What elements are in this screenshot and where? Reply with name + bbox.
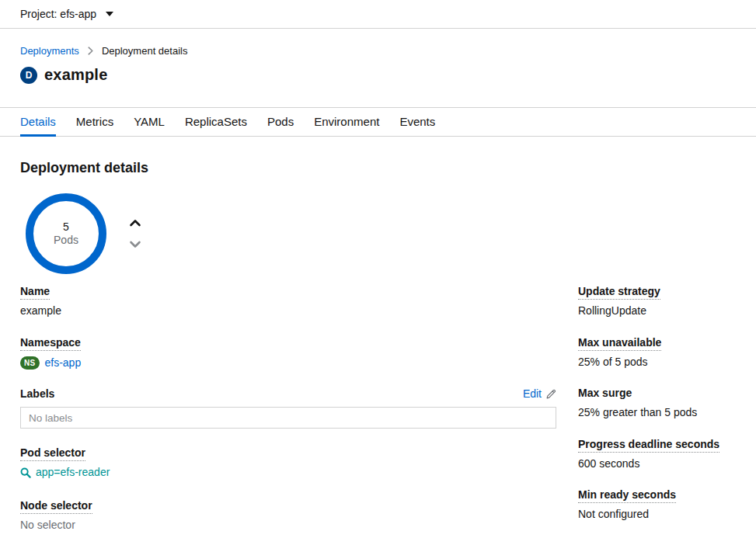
chevron-up-icon bbox=[129, 218, 141, 227]
max-unavailable-value: 25% of 5 pods bbox=[578, 356, 736, 370]
donut-center-text: 5 Pods bbox=[26, 193, 106, 274]
page-header: D example bbox=[0, 57, 756, 84]
pod-selector-value: app=efs-reader bbox=[36, 466, 110, 480]
pod-count: 5 bbox=[63, 220, 69, 234]
labels-empty-box: No labels bbox=[20, 407, 556, 429]
update-strategy-label: Update strategy bbox=[578, 285, 660, 300]
edit-labels-button[interactable]: Edit bbox=[523, 387, 556, 400]
project-selector-label: Project: efs-app bbox=[20, 8, 96, 20]
pod-count-donut: 5 Pods bbox=[26, 193, 106, 274]
deployment-kind-badge: D bbox=[20, 67, 37, 84]
angle-right-icon bbox=[87, 47, 94, 55]
details-left-column: Name example Namespace NS efs-app Labels… bbox=[20, 285, 556, 545]
pod-selector-label: Pod selector bbox=[20, 446, 85, 461]
edit-label: Edit bbox=[523, 387, 542, 400]
name-value: example bbox=[20, 304, 556, 318]
max-unavailable-label: Max unavailable bbox=[578, 336, 661, 351]
breadcrumb: Deployments Deployment details bbox=[0, 29, 756, 57]
tab-events[interactable]: Events bbox=[399, 108, 435, 136]
max-surge-label: Max surge bbox=[578, 387, 736, 399]
tab-yaml[interactable]: YAML bbox=[134, 108, 165, 136]
details-grid: Name example Namespace NS efs-app Labels… bbox=[20, 285, 736, 545]
details-panel: Deployment details 5 Pods bbox=[0, 137, 756, 545]
field-update-strategy: Update strategy RollingUpdate bbox=[578, 285, 736, 318]
progress-deadline-label: Progress deadline seconds bbox=[578, 438, 719, 453]
field-max-unavailable: Max unavailable 25% of 5 pods bbox=[578, 336, 736, 370]
namespace-link[interactable]: efs-app bbox=[45, 356, 82, 370]
node-selector-value: No selector bbox=[20, 519, 556, 533]
details-right-column: Update strategy RollingUpdate Max unavai… bbox=[578, 285, 736, 545]
pod-selector-link[interactable]: app=efs-reader bbox=[20, 466, 110, 480]
field-node-selector: Node selector No selector bbox=[20, 499, 556, 533]
page-title: example bbox=[44, 66, 107, 84]
tab-environment[interactable]: Environment bbox=[314, 108, 379, 136]
pod-unit-label: Pods bbox=[54, 234, 78, 247]
project-selector-toggle[interactable]: Project: efs-app bbox=[20, 8, 113, 20]
tab-pods[interactable]: Pods bbox=[267, 108, 294, 136]
namespace-label: Namespace bbox=[20, 336, 81, 351]
name-label: Name bbox=[20, 285, 50, 300]
section-title: Deployment details bbox=[20, 160, 736, 176]
field-namespace: Namespace NS efs-app bbox=[20, 336, 556, 370]
update-strategy-value: RollingUpdate bbox=[578, 304, 736, 318]
field-min-ready: Min ready seconds Not configured bbox=[578, 488, 736, 522]
chevron-down-icon bbox=[129, 240, 141, 249]
scale-up-button[interactable] bbox=[128, 217, 142, 228]
progress-deadline-value: 600 seconds bbox=[578, 457, 736, 471]
field-progress-deadline: Progress deadline seconds 600 seconds bbox=[578, 438, 736, 471]
tab-details[interactable]: Details bbox=[20, 108, 56, 136]
field-name: Name example bbox=[20, 285, 556, 318]
caret-down-icon bbox=[106, 12, 113, 16]
tab-bar: Details Metrics YAML ReplicaSets Pods En… bbox=[0, 107, 756, 137]
scale-down-button[interactable] bbox=[128, 239, 142, 250]
min-ready-value: Not configured bbox=[578, 508, 736, 522]
pod-ring-row: 5 Pods bbox=[26, 193, 736, 274]
breadcrumb-link-deployments[interactable]: Deployments bbox=[20, 45, 79, 57]
pod-scale-steppers bbox=[128, 217, 142, 250]
tab-metrics[interactable]: Metrics bbox=[76, 108, 113, 136]
labels-label: Labels bbox=[20, 387, 54, 400]
breadcrumb-current: Deployment details bbox=[102, 45, 188, 57]
project-selector-bar: Project: efs-app bbox=[0, 0, 756, 29]
max-surge-value: 25% greater than 5 pods bbox=[578, 406, 736, 420]
pencil-icon bbox=[546, 389, 556, 399]
node-selector-label: Node selector bbox=[20, 499, 92, 514]
search-icon bbox=[20, 467, 31, 478]
field-max-surge: Max surge 25% greater than 5 pods bbox=[578, 387, 736, 420]
namespace-badge: NS bbox=[20, 356, 40, 370]
field-labels: Labels Edit No labels bbox=[20, 387, 556, 429]
tab-replicasets[interactable]: ReplicaSets bbox=[185, 108, 247, 136]
min-ready-label: Min ready seconds bbox=[578, 488, 676, 503]
field-pod-selector: Pod selector app=efs-reader bbox=[20, 446, 556, 481]
